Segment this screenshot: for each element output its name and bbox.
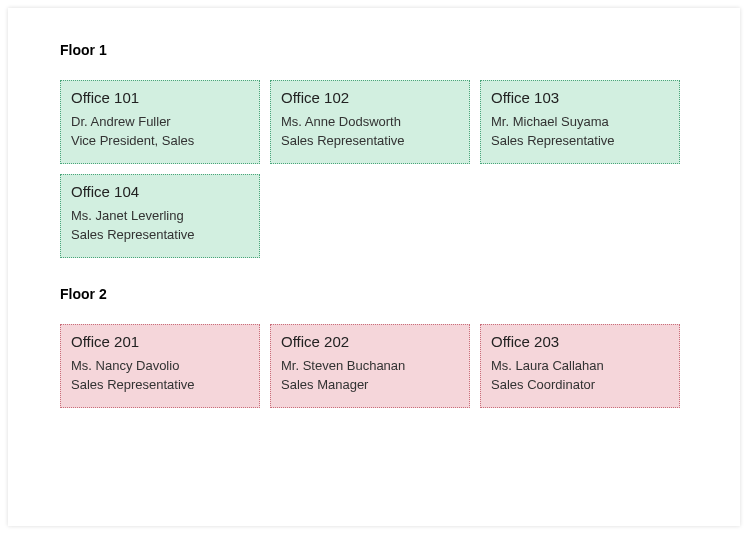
office-card[interactable]: Office 203 Ms. Laura Callahan Sales Coor… (480, 324, 680, 408)
office-title: Sales Representative (71, 377, 249, 392)
floor-section-2: Floor 2 Office 201 Ms. Nancy Davolio Sal… (60, 286, 688, 408)
floor-section-1: Floor 1 Office 101 Dr. Andrew Fuller Vic… (60, 42, 688, 258)
office-title: Sales Representative (491, 133, 669, 148)
offices-grid: Office 101 Dr. Andrew Fuller Vice Presid… (60, 80, 688, 258)
office-person: Ms. Janet Leverling (71, 208, 249, 223)
office-person: Dr. Andrew Fuller (71, 114, 249, 129)
office-name: Office 104 (71, 183, 249, 200)
office-name: Office 102 (281, 89, 459, 106)
office-name: Office 201 (71, 333, 249, 350)
office-card[interactable]: Office 202 Mr. Steven Buchanan Sales Man… (270, 324, 470, 408)
office-person: Ms. Nancy Davolio (71, 358, 249, 373)
office-person: Mr. Steven Buchanan (281, 358, 459, 373)
office-title: Sales Coordinator (491, 377, 669, 392)
offices-grid: Office 201 Ms. Nancy Davolio Sales Repre… (60, 324, 688, 408)
office-card[interactable]: Office 102 Ms. Anne Dodsworth Sales Repr… (270, 80, 470, 164)
office-title: Sales Manager (281, 377, 459, 392)
office-title: Sales Representative (281, 133, 459, 148)
office-name: Office 103 (491, 89, 669, 106)
office-title: Sales Representative (71, 227, 249, 242)
office-card[interactable]: Office 101 Dr. Andrew Fuller Vice Presid… (60, 80, 260, 164)
office-card[interactable]: Office 103 Mr. Michael Suyama Sales Repr… (480, 80, 680, 164)
office-title: Vice President, Sales (71, 133, 249, 148)
office-person: Ms. Laura Callahan (491, 358, 669, 373)
office-person: Mr. Michael Suyama (491, 114, 669, 129)
floor-heading: Floor 2 (60, 286, 688, 302)
office-card[interactable]: Office 104 Ms. Janet Leverling Sales Rep… (60, 174, 260, 258)
main-container: Floor 1 Office 101 Dr. Andrew Fuller Vic… (8, 8, 740, 526)
office-name: Office 203 (491, 333, 669, 350)
office-name: Office 202 (281, 333, 459, 350)
floor-heading: Floor 1 (60, 42, 688, 58)
office-person: Ms. Anne Dodsworth (281, 114, 459, 129)
office-card[interactable]: Office 201 Ms. Nancy Davolio Sales Repre… (60, 324, 260, 408)
office-name: Office 101 (71, 89, 249, 106)
